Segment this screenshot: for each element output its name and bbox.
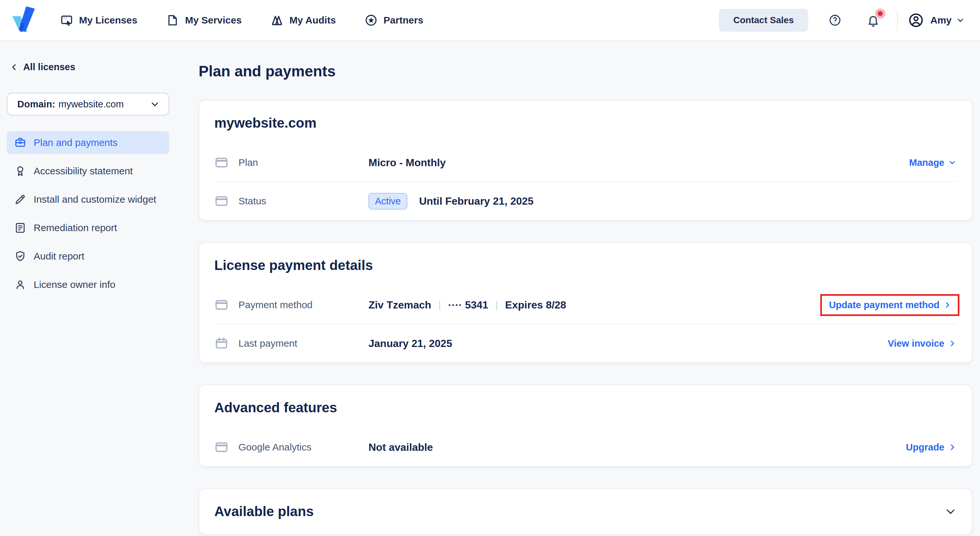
available-plans-card[interactable]: Available plans [199, 488, 972, 535]
chevron-right-icon [948, 442, 957, 452]
sidebar-item-install-and-customize-widget[interactable]: Install and customize widget [7, 188, 169, 211]
nav-my-licenses[interactable]: My Licenses [60, 14, 137, 27]
sidebar-item-label: Accessibility statement [33, 165, 133, 177]
account-menu[interactable]: Amy [908, 13, 965, 28]
file-icon [166, 14, 179, 27]
person-icon [14, 278, 27, 291]
sidebar-nav: Plan and payments Accessibility statemen… [7, 131, 169, 296]
advanced-card-title: Advanced features [214, 399, 957, 417]
status-value: Until February 21, 2025 [419, 195, 533, 207]
payment-card-title: License payment details [214, 257, 957, 274]
license-window-cursor-icon [60, 14, 73, 27]
separator: | [496, 299, 498, 311]
chevron-left-icon [10, 63, 19, 72]
upgrade-link[interactable]: Upgrade [906, 442, 957, 453]
google-analytics-value: Not available [369, 441, 433, 454]
page-title: Plan and payments [199, 61, 972, 81]
sidebar-item-label: Install and customize widget [33, 194, 156, 205]
domain-label: Domain: [18, 99, 55, 110]
last-payment-value: January 21, 2025 [369, 338, 452, 350]
card-expiry: Expires 8/28 [505, 299, 566, 311]
nav-my-audits[interactable]: My Audits [270, 14, 336, 27]
sidebar: All licenses Domain: mywebsite.com [7, 41, 169, 535]
help-icon[interactable] [829, 14, 842, 27]
domain-card-title: mywebsite.com [214, 114, 957, 132]
nav-my-services[interactable]: My Services [166, 14, 242, 27]
nav-label: Partners [383, 15, 423, 26]
view-invoice-link[interactable]: View invoice [888, 338, 957, 349]
last-payment-row: Last payment January 21, 2025 View invoi… [214, 325, 957, 362]
award-ribbon-icon [14, 165, 27, 177]
credit-card-icon [214, 155, 229, 170]
plan-row: Plan Micro - Monthly Manage [214, 144, 957, 181]
payment-details-card: License payment details Payment method Z… [199, 242, 972, 363]
sidebar-item-label: Audit report [33, 251, 84, 262]
domain-value: mywebsite.com [59, 99, 124, 110]
sidebar-item-plan-and-payments[interactable]: Plan and payments [7, 131, 169, 154]
available-plans-title: Available plans [214, 503, 313, 520]
google-analytics-row: Google Analytics Not available Upgrade [214, 428, 957, 466]
payment-method-label: Payment method [239, 299, 369, 311]
primary-nav: My Licenses My Services My Audits [60, 14, 423, 27]
cardholder-name: Ziv Tzemach [369, 299, 431, 311]
back-label: All licenses [23, 62, 75, 73]
credit-card-icon [214, 298, 229, 312]
sidebar-item-accessibility-statement[interactable]: Accessibility statement [7, 160, 169, 182]
card-mask: ···· 5341 [448, 299, 488, 311]
chevron-down-icon [948, 158, 957, 167]
star-circle-icon [364, 14, 378, 27]
sidebar-item-license-owner-info[interactable]: License owner info [7, 273, 169, 296]
separator: | [438, 299, 441, 311]
sidebar-item-label: Plan and payments [33, 137, 118, 148]
plan-label: Plan [239, 157, 369, 168]
chevron-down-icon[interactable] [944, 505, 957, 518]
credit-card-icon [214, 440, 229, 454]
chevron-down-icon [956, 15, 965, 25]
sidebar-item-label: License owner info [33, 279, 115, 290]
audit-peaks-icon [270, 14, 283, 27]
manage-plan-link[interactable]: Manage [909, 157, 957, 168]
sidebar-item-audit-report[interactable]: Audit report [7, 245, 169, 268]
main-content: Plan and payments mywebsite.com Plan Mic… [199, 41, 972, 535]
payment-method-value: Ziv Tzemach | ···· 5341 | Expires 8/28 [369, 299, 566, 311]
pencil-icon [14, 193, 27, 206]
google-analytics-label: Google Analytics [239, 442, 369, 453]
last-payment-label: Last payment [239, 338, 369, 349]
contact-sales-button[interactable]: Contact Sales [719, 9, 808, 32]
annotation-highlight-box: Update payment method [820, 294, 959, 316]
avatar-icon [908, 13, 924, 28]
sidebar-item-label: Remediation report [33, 222, 117, 233]
user-name: Amy [930, 15, 951, 26]
header-divider [897, 10, 898, 30]
brand-logo-icon[interactable] [9, 5, 39, 35]
domain-card: mywebsite.com Plan Micro - Monthly Manag… [199, 100, 972, 220]
shield-check-icon [14, 250, 27, 262]
plan-value: Micro - Monthly [369, 157, 445, 169]
update-payment-method-link[interactable]: Update payment method [829, 300, 952, 311]
status-row: Status Active Until February 21, 2025 [214, 182, 957, 220]
payment-method-row: Payment method Ziv Tzemach | ···· 5341 |… [214, 286, 957, 324]
top-nav-bar: My Licenses My Services My Audits [0, 0, 980, 41]
chevron-down-icon [150, 99, 160, 109]
briefcase-icon [14, 136, 27, 149]
nav-label: My Services [185, 15, 242, 26]
domain-selector[interactable]: Domain: mywebsite.com [7, 93, 169, 116]
advanced-features-card: Advanced features Google Analytics Not a… [199, 385, 972, 467]
status-label: Status [239, 195, 369, 207]
notification-dot [878, 11, 883, 16]
credit-card-icon [214, 194, 229, 208]
report-document-icon [14, 222, 27, 234]
nav-label: My Licenses [79, 15, 137, 26]
sidebar-item-remediation-report[interactable]: Remediation report [7, 216, 169, 239]
calendar-icon [214, 336, 229, 350]
chevron-right-icon [943, 300, 952, 309]
nav-label: My Audits [290, 15, 336, 26]
chevron-right-icon [948, 339, 957, 348]
back-all-licenses-link[interactable]: All licenses [10, 62, 169, 73]
nav-partners[interactable]: Partners [364, 14, 423, 27]
status-badge: Active [369, 193, 407, 209]
